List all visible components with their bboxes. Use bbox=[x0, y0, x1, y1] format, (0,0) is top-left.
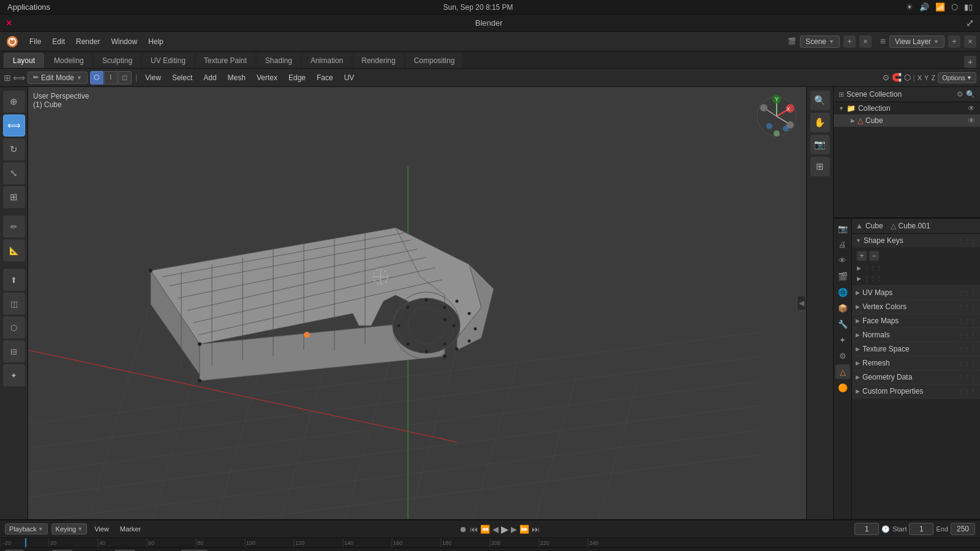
face-maps-header[interactable]: ▶ Face Maps ⋮⋮⋮ bbox=[852, 314, 980, 328]
jump-end-btn[interactable]: ⏭ bbox=[532, 525, 540, 534]
prev-keyframe-btn[interactable]: ⏪ bbox=[480, 525, 490, 534]
tab-compositing[interactable]: Compositing bbox=[405, 53, 464, 68]
scene-remove-btn[interactable]: × bbox=[859, 36, 872, 48]
applications-btn[interactable]: Applications bbox=[7, 2, 50, 12]
scene-add-btn[interactable]: + bbox=[843, 36, 856, 48]
menu-edit[interactable]: Edit bbox=[47, 35, 70, 48]
prop-tab-mesh[interactable]: △ bbox=[835, 364, 850, 379]
timeline-marker-btn[interactable]: Marker bbox=[116, 524, 145, 534]
edge-menu[interactable]: Edge bbox=[284, 72, 310, 84]
cube-outliner-item[interactable]: ▶ △ Cube 👁 bbox=[834, 114, 980, 127]
select-menu[interactable]: Select bbox=[168, 72, 197, 84]
camera-btn[interactable]: 📷 bbox=[810, 135, 830, 154]
tab-texture-paint[interactable]: Texture Paint bbox=[195, 53, 255, 68]
close-window-btn[interactable]: × bbox=[6, 18, 12, 29]
tab-shading[interactable]: Shading bbox=[257, 53, 301, 68]
x-axis-btn[interactable]: X bbox=[918, 74, 922, 81]
timeline-ruler[interactable]: -20 20 40 60 80 100 120 140 160 180 200 … bbox=[0, 538, 980, 547]
edit-mode-dropdown[interactable]: ✏ Edit Mode ▼ bbox=[28, 72, 88, 84]
prop-tab-world[interactable]: 🌐 bbox=[835, 285, 850, 299]
y-axis-btn[interactable]: Y bbox=[924, 74, 929, 81]
custom-props-header[interactable]: ▶ Custom Properties ⋮⋮⋮ bbox=[852, 384, 980, 398]
viewport-3d[interactable]: User Perspective (1) Cube X Y bbox=[28, 87, 833, 519]
collection-eye-icon[interactable]: 👁 bbox=[968, 104, 975, 113]
polypen-tool-btn[interactable]: ✦ bbox=[3, 364, 25, 386]
cube-eye-icon[interactable]: 👁 bbox=[968, 116, 975, 125]
zoom-in-btn[interactable]: 🔍 bbox=[810, 91, 830, 110]
collection-item[interactable]: ▼ 📁 Collection 👁 bbox=[834, 102, 980, 114]
current-frame-input[interactable]: 1 bbox=[854, 523, 879, 535]
viewlayer-remove-btn[interactable]: × bbox=[964, 36, 976, 48]
inset-tool-btn[interactable]: ◫ bbox=[3, 293, 25, 315]
measure-tool-btn[interactable]: 📐 bbox=[3, 239, 25, 261]
proportional-icon[interactable]: ⊙ bbox=[883, 73, 889, 82]
extrude-tool-btn[interactable]: ⬆ bbox=[3, 269, 25, 291]
maximize-icon[interactable]: ⤢ bbox=[966, 17, 974, 29]
prop-tab-render[interactable]: 📷 bbox=[835, 221, 850, 236]
snap-icon[interactable]: 🧲 bbox=[892, 73, 902, 82]
next-keyframe-btn[interactable]: ⏩ bbox=[519, 525, 529, 534]
tab-layout[interactable]: Layout bbox=[4, 53, 44, 68]
viewlayer-add-btn[interactable]: + bbox=[948, 36, 960, 48]
timeline-view-btn[interactable]: View bbox=[91, 524, 113, 534]
outliner-search-btn[interactable]: 🔍 bbox=[966, 90, 975, 99]
edge-mode-btn[interactable]: ⌇ bbox=[104, 71, 118, 84]
move-tool-btn[interactable]: ⟺ bbox=[3, 114, 25, 137]
face-mode-btn[interactable]: ◻ bbox=[118, 71, 132, 84]
vertex-menu[interactable]: Vertex bbox=[252, 72, 282, 84]
scale-tool-btn[interactable]: ⤡ bbox=[3, 162, 25, 184]
next-frame-btn[interactable]: ▶ bbox=[511, 525, 517, 534]
vertex-mode-btn[interactable]: ⬡ bbox=[90, 71, 104, 84]
menu-window[interactable]: Window bbox=[106, 35, 142, 48]
play-btn[interactable]: ▶ bbox=[501, 523, 508, 535]
jump-start-btn[interactable]: ⏮ bbox=[470, 525, 478, 534]
start-frame-input[interactable]: 1 bbox=[909, 523, 933, 535]
menu-file[interactable]: File bbox=[24, 35, 46, 48]
pan-icon[interactable]: ⟺ bbox=[13, 73, 25, 83]
face-menu[interactable]: Face bbox=[312, 72, 337, 84]
workspace-add-btn[interactable]: + bbox=[964, 56, 976, 68]
vertex-colors-header[interactable]: ▶ Vertex Colors ⋮⋮⋮ bbox=[852, 300, 980, 313]
z-axis-btn[interactable]: Z bbox=[931, 74, 935, 81]
prop-tab-particles[interactable]: ✦ bbox=[835, 332, 850, 347]
uv-maps-header[interactable]: ▶ UV Maps ⋮⋮⋮ bbox=[852, 286, 980, 299]
viewlayer-dropdown[interactable]: View Layer ▼ bbox=[889, 36, 944, 48]
tab-animation[interactable]: Animation bbox=[302, 53, 352, 68]
prop-tab-material[interactable]: 🟠 bbox=[835, 380, 850, 395]
view-mode-icon[interactable]: ⊞ bbox=[4, 73, 11, 83]
prop-tab-physics[interactable]: ⚙ bbox=[835, 348, 850, 363]
end-frame-input[interactable]: 250 bbox=[951, 523, 975, 535]
normals-header[interactable]: ▶ Normals ⋮⋮⋮ bbox=[852, 328, 980, 342]
playback-dropdown[interactable]: Playback ▼ bbox=[5, 523, 48, 534]
view-menu[interactable]: View bbox=[141, 72, 165, 84]
shape-key-add-btn[interactable]: + bbox=[857, 251, 867, 261]
shape-keys-header[interactable]: ▼ Shape Keys ⋮⋮⋮ bbox=[852, 234, 980, 247]
uv-menu[interactable]: UV bbox=[340, 72, 359, 84]
transform-tool-btn[interactable]: ⊞ bbox=[3, 186, 25, 208]
prop-tab-modifier[interactable]: 🔧 bbox=[835, 317, 850, 331]
prop-tab-object[interactable]: 📦 bbox=[835, 301, 850, 315]
scene-dropdown[interactable]: Scene ▼ bbox=[800, 36, 840, 48]
keying-dropdown[interactable]: Keying ▼ bbox=[51, 523, 88, 534]
remesh-header[interactable]: ▶ Remesh ⋮⋮⋮ bbox=[852, 356, 980, 370]
cursor-tool-btn[interactable]: ⊕ bbox=[3, 91, 25, 113]
options-btn[interactable]: Options ▼ bbox=[938, 72, 976, 83]
bevel-tool-btn[interactable]: ⬡ bbox=[3, 317, 25, 339]
collapse-panel-btn[interactable]: ◀ bbox=[797, 296, 806, 310]
rotate-tool-btn[interactable]: ↻ bbox=[3, 138, 25, 160]
menu-render[interactable]: Render bbox=[71, 35, 105, 48]
transform-icon[interactable]: ⬡ bbox=[904, 73, 911, 82]
geometry-data-header[interactable]: ▶ Geometry Data ⋮⋮⋮ bbox=[852, 370, 980, 384]
outliner-filter-btn[interactable]: ⚙ bbox=[957, 90, 963, 99]
tab-sculpting[interactable]: Sculpting bbox=[94, 53, 141, 68]
prop-tab-scene[interactable]: 🎬 bbox=[835, 269, 850, 283]
mesh-menu[interactable]: Mesh bbox=[224, 72, 250, 84]
add-menu[interactable]: Add bbox=[199, 72, 221, 84]
tab-uv-editing[interactable]: UV Editing bbox=[142, 53, 194, 68]
texture-space-header[interactable]: ▶ Texture Space ⋮⋮⋮ bbox=[852, 342, 980, 356]
menu-help[interactable]: Help bbox=[143, 35, 168, 48]
pan-view-btn[interactable]: ✋ bbox=[810, 113, 830, 132]
loop-cut-tool-btn[interactable]: ⊟ bbox=[3, 340, 25, 362]
annotate-tool-btn[interactable]: ✏ bbox=[3, 216, 25, 238]
tab-modeling[interactable]: Modeling bbox=[45, 53, 92, 68]
